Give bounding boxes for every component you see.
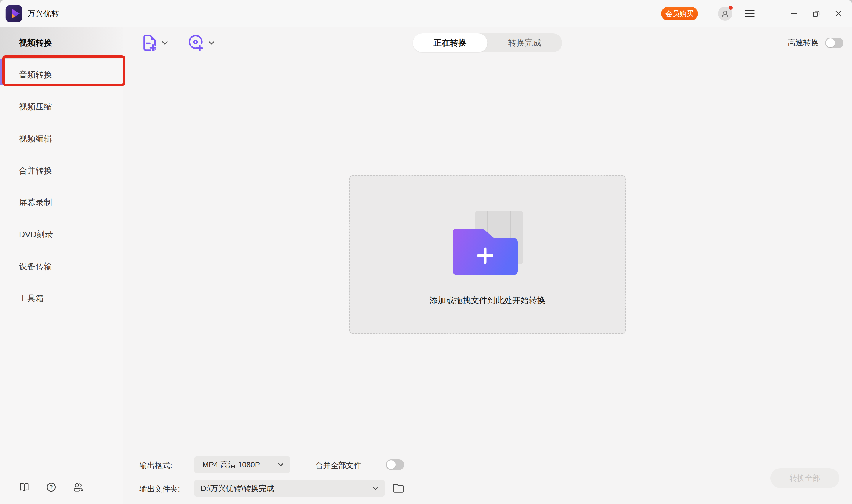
file-dropzone[interactable]: 添加或拖拽文件到此处开始转换 (349, 175, 626, 334)
tab-converted[interactable]: 转换完成 (488, 33, 562, 52)
sidebar-item-label: 设备传输 (19, 261, 52, 272)
tab-converting[interactable]: 正在转换 (413, 33, 488, 52)
sidebar-item-toolbox[interactable]: 工具箱 (0, 283, 123, 314)
sidebar-item-video-edit[interactable]: 视频编辑 (0, 123, 123, 155)
sidebar-item-label: DVD刻录 (19, 229, 53, 240)
sidebar-footer: ? (19, 482, 84, 492)
toolbar: 正在转换 转换完成 高速转换 (123, 27, 852, 59)
merge-all-label: 合并全部文件 (315, 460, 362, 471)
high-speed-toggle[interactable] (825, 38, 844, 48)
app-window: 万兴优转 会员购买 (0, 0, 852, 504)
help-button[interactable]: ? (46, 482, 56, 492)
sidebar: 视频转换 音频转换 视频压缩 视频编辑 合并转换 屏幕录制 DVD刻录 设备传输… (0, 27, 123, 504)
convert-all-label: 转换全部 (790, 473, 820, 483)
chevron-down-icon (208, 40, 215, 46)
sidebar-item-label: 屏幕录制 (19, 197, 52, 208)
chevron-down-icon (278, 462, 284, 467)
minimize-icon (790, 10, 798, 18)
user-guide-button[interactable] (19, 482, 30, 492)
output-format-select[interactable]: MP4 高清 1080P (194, 456, 290, 473)
restore-icon (812, 10, 820, 18)
add-disc-icon (187, 34, 204, 52)
bottombar: 输出格式: MP4 高清 1080P 合并全部文件 输出文件夹: D:\万兴优转… (123, 450, 852, 504)
app-title: 万兴优转 (28, 8, 59, 19)
add-file-icon (142, 34, 157, 52)
output-format-value: MP4 高清 1080P (202, 460, 260, 470)
sidebar-item-label: 视频压缩 (19, 101, 52, 112)
sidebar-item-dvd-burn[interactable]: DVD刻录 (0, 219, 123, 251)
notification-dot (729, 6, 733, 10)
sidebar-item-merge-convert[interactable]: 合并转换 (0, 155, 123, 187)
sidebar-item-screen-record[interactable]: 屏幕录制 (0, 187, 123, 219)
open-folder-button[interactable] (391, 481, 406, 496)
community-icon (73, 482, 84, 492)
chevron-down-icon (162, 40, 168, 46)
membership-buy-button[interactable]: 会员购买 (661, 7, 698, 20)
user-avatar-icon (721, 9, 729, 18)
sidebar-item-label: 音频转换 (19, 69, 52, 80)
sidebar-item-audio-convert[interactable]: 音频转换 (0, 59, 123, 91)
tab-label: 转换完成 (508, 37, 541, 49)
main-area: 正在转换 转换完成 高速转换 (123, 27, 852, 504)
chevron-down-icon (373, 486, 378, 491)
hamburger-menu-icon[interactable] (745, 10, 755, 17)
convert-status-tabs: 正在转换 转换完成 (413, 33, 562, 52)
tab-label: 正在转换 (433, 37, 467, 49)
add-folder-icon (453, 229, 518, 275)
sidebar-item-label: 视频转换 (19, 37, 52, 49)
sidebar-item-label: 合并转换 (19, 165, 52, 176)
restore-button[interactable] (812, 9, 821, 18)
user-guide-book-icon (19, 482, 30, 492)
membership-buy-label: 会员购买 (665, 9, 694, 18)
high-speed-label: 高速转换 (788, 38, 819, 48)
sidebar-item-video-compress[interactable]: 视频压缩 (0, 91, 123, 123)
user-avatar[interactable] (718, 6, 732, 21)
output-folder-select[interactable]: D:\万兴优转\转换完成 (194, 480, 385, 497)
svg-text:?: ? (50, 484, 53, 490)
community-button[interactable] (73, 482, 84, 492)
help-icon: ? (46, 482, 56, 492)
app-logo-icon (5, 5, 23, 22)
close-icon (834, 10, 842, 18)
titlebar: 万兴优转 会员购买 (0, 0, 852, 27)
open-folder-icon (393, 483, 404, 493)
sidebar-item-label: 视频编辑 (19, 133, 52, 144)
add-disc-button[interactable] (187, 34, 215, 52)
sidebar-item-label: 工具箱 (19, 293, 44, 304)
convert-all-button[interactable]: 转换全部 (771, 468, 839, 488)
merge-all-toggle[interactable] (386, 459, 404, 470)
stage: 添加或拖拽文件到此处开始转换 (123, 59, 852, 450)
sidebar-item-device-transfer[interactable]: 设备传输 (0, 251, 123, 283)
output-format-label: 输出格式: (139, 460, 172, 471)
output-folder-value: D:\万兴优转\转换完成 (201, 483, 274, 494)
high-speed-section: 高速转换 (788, 38, 844, 48)
minimize-button[interactable] (790, 9, 798, 18)
add-file-button[interactable] (142, 34, 168, 52)
sidebar-item-video-convert[interactable]: 视频转换 (0, 27, 123, 59)
dropzone-hint: 添加或拖拽文件到此处开始转换 (350, 295, 625, 306)
window-controls (790, 9, 852, 18)
output-folder-label: 输出文件夹: (139, 484, 180, 494)
close-button[interactable] (834, 9, 843, 18)
